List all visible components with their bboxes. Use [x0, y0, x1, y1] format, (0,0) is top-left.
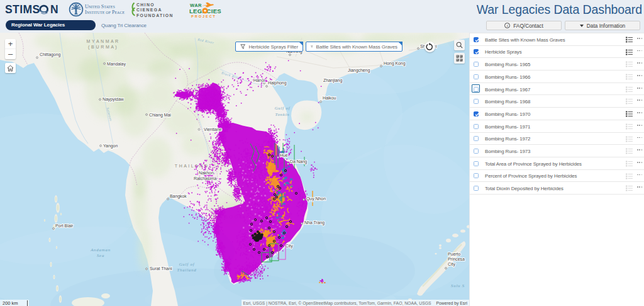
- layer-checkbox[interactable]: [474, 62, 479, 67]
- reset-icon: [426, 43, 434, 51]
- zoom-out-button[interactable]: –: [5, 49, 16, 59]
- layer-checkbox[interactable]: [474, 136, 479, 141]
- war-legacies-project-logo: WAR LEGACIES PROJECT: [189, 1, 224, 21]
- legend-icon[interactable]: [626, 61, 633, 67]
- layer-checkbox[interactable]: [474, 173, 479, 178]
- funnel-icon: [311, 43, 313, 50]
- layer-row: Herbicide Sprays: [470, 46, 644, 59]
- row-options-button[interactable]: [637, 186, 642, 188]
- svg-text:( B U R M A ): ( B U R M A ): [88, 45, 117, 50]
- svg-text:Yangon: Yangon: [103, 144, 118, 149]
- map-attribution: Esri, USGS | NOSTRA, Esri, © OpenStreetM…: [242, 300, 470, 306]
- row-options-button[interactable]: [637, 88, 642, 89]
- layer-label: Bombing Runs- 1970: [485, 111, 530, 117]
- layer-checkbox[interactable]: [474, 149, 479, 154]
- legend-icon[interactable]: [626, 148, 633, 154]
- chino-arcs-icon: [132, 3, 135, 16]
- search-button[interactable]: [454, 40, 465, 50]
- svg-text:Surat Thani: Surat Thani: [150, 266, 172, 271]
- war-legacies-dashboard: STIMS N United States Institute of Peace: [0, 0, 644, 306]
- zoom-in-button[interactable]: +: [5, 39, 16, 49]
- wlp-line3: PROJECT: [191, 14, 216, 18]
- layer-label: Bombing Runs- 1973: [485, 149, 530, 154]
- herbicide-sprays-filter-button[interactable]: Herbicide Sprays Filter: [235, 42, 303, 52]
- svg-text:T H A I L A N D: T H A I L A N D: [175, 164, 208, 168]
- layer-label: Total Dioxin Deposited by Herbicides: [485, 186, 564, 191]
- row-options-button[interactable]: [637, 162, 642, 163]
- row-options-button[interactable]: [637, 99, 642, 101]
- svg-text:Bangkok: Bangkok: [170, 194, 187, 199]
- faq-contact-button[interactable]: i FAQ/Contact: [486, 21, 562, 30]
- stimson-globe-icon: [40, 6, 48, 14]
- faq-contact-label: FAQ/Contact: [513, 23, 543, 29]
- svg-text:Haikou: Haikou: [323, 96, 336, 100]
- layer-checkbox[interactable]: [474, 99, 479, 104]
- tab-regional-war-legacies[interactable]: Regional War Legacies: [6, 20, 96, 30]
- legend-icon[interactable]: [626, 123, 633, 130]
- zoom-control: + –: [5, 39, 16, 59]
- row-options-button[interactable]: [637, 50, 642, 52]
- chino-line2: CIENEGA: [136, 8, 162, 12]
- filter-label: Battle Sites with Known Mass Graves: [316, 44, 397, 50]
- home-icon: [7, 65, 14, 72]
- tab-quang-tri-clearance[interactable]: Quang Tri Clearance: [101, 23, 147, 28]
- map-canvas[interactable]: M Y A N M A R( B U R M A )T H A I L A N …: [0, 33, 469, 306]
- chino-line3: FOUNDATION: [136, 13, 174, 18]
- svg-text:Puerto: Puerto: [448, 252, 460, 256]
- tab-bar: Regional War Legacies Quang Tri Clearanc…: [0, 20, 644, 32]
- legend-icon[interactable]: [626, 74, 633, 80]
- row-options-button[interactable]: [637, 125, 642, 126]
- layer-row: Bombing Runs- 1966: [470, 71, 644, 83]
- attribution-text: Esri, USGS | NOSTRA, Esri, © OpenStreetM…: [243, 301, 431, 305]
- check-icon: [475, 38, 479, 42]
- home-button[interactable]: [5, 63, 16, 73]
- legend-icon[interactable]: [626, 173, 633, 179]
- row-options-button[interactable]: [637, 38, 642, 39]
- legend-icon[interactable]: [626, 136, 633, 142]
- layer-checkbox[interactable]: [474, 49, 479, 54]
- svg-text:Hong Kong: Hong Kong: [384, 61, 406, 66]
- layer-checkbox[interactable]: [474, 87, 479, 92]
- row-options-button[interactable]: [637, 174, 642, 176]
- search-icon: [456, 42, 463, 48]
- svg-text:Gulf of: Gulf of: [179, 262, 195, 266]
- layer-checkbox[interactable]: [474, 37, 479, 42]
- row-options-button[interactable]: [637, 137, 642, 139]
- layer-row: Percent of Province Sprayed by Herbicide…: [470, 170, 644, 183]
- chino-cienega-logo: CHINO CIENEGA FOUNDATION: [128, 1, 180, 20]
- svg-text:Thailand: Thailand: [177, 268, 197, 272]
- row-options-button[interactable]: [637, 62, 642, 64]
- legend-icon[interactable]: [626, 111, 633, 117]
- layer-label: Bombing Runs- 1967: [485, 87, 530, 93]
- svg-text:Haiphong: Haiphong: [268, 81, 287, 86]
- basemap-gallery-button[interactable]: [454, 53, 465, 64]
- basemap-svg: M Y A N M A R( B U R M A )T H A I L A N …: [0, 33, 469, 306]
- layer-checkbox[interactable]: [474, 111, 479, 116]
- legend-icon[interactable]: [626, 49, 633, 55]
- layer-checkbox[interactable]: [474, 74, 479, 79]
- reset-view-button[interactable]: [425, 42, 435, 52]
- scale-bar: 200 km: [0, 300, 29, 306]
- legend-icon[interactable]: [626, 98, 633, 105]
- legend-icon[interactable]: [626, 185, 633, 191]
- layer-checkbox[interactable]: [474, 124, 479, 129]
- layer-checkbox[interactable]: [474, 186, 479, 191]
- legend-icon[interactable]: [626, 86, 633, 93]
- svg-text:Nakhon: Nakhon: [199, 171, 214, 175]
- row-options-button[interactable]: [637, 112, 642, 113]
- battle-sites-filter-button[interactable]: Battle Sites with Known Mass Graves: [306, 42, 402, 52]
- row-options-button[interactable]: [637, 75, 642, 76]
- layer-checkbox[interactable]: [474, 161, 479, 166]
- check-icon: [475, 50, 479, 54]
- svg-text:Da Nang: Da Nang: [290, 159, 307, 164]
- data-information-button[interactable]: Data Information: [565, 21, 640, 30]
- legend-icon[interactable]: [626, 161, 633, 167]
- usip-emblem-icon: [70, 3, 83, 16]
- svg-text:N: N: [50, 3, 58, 16]
- layer-label: Bombing Runs- 1965: [485, 62, 530, 67]
- svg-text:Port Blair: Port Blair: [55, 224, 74, 228]
- layer-label: Herbicide Sprays: [485, 49, 521, 55]
- row-options-button[interactable]: [637, 149, 642, 150]
- legend-icon[interactable]: [626, 37, 633, 43]
- svg-text:Nha Trang: Nha Trang: [304, 220, 325, 225]
